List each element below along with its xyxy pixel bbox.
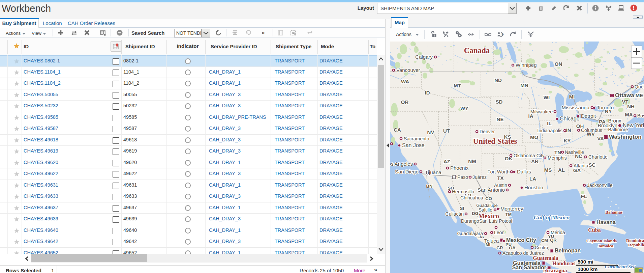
- svg-text:DG: DG: [472, 211, 479, 216]
- svg-text:Gulf of Mexico: Gulf of Mexico: [534, 214, 570, 221]
- svg-text:Toronto: Toronto: [597, 105, 614, 110]
- svg-text:AZ: AZ: [443, 159, 450, 164]
- svg-text:SD: SD: [496, 99, 503, 105]
- svg-text:MA: MA: [625, 112, 633, 117]
- svg-text:Caribbean Sea: Caribbean Sea: [605, 264, 636, 269]
- svg-text:SC: SC: [589, 162, 596, 168]
- svg-text:OR: OR: [401, 99, 409, 105]
- svg-text:Québec: Québec: [635, 84, 644, 89]
- svg-text:Chihuahua: Chihuahua: [460, 195, 483, 200]
- svg-text:BN: BN: [426, 184, 433, 189]
- svg-text:Belmopan: Belmopan: [555, 248, 581, 253]
- svg-text:NE: NE: [497, 116, 504, 122]
- svg-text:WA: WA: [401, 79, 409, 84]
- svg-text:Durango: Durango: [461, 218, 479, 224]
- svg-text:Dallas: Dallas: [517, 169, 531, 174]
- svg-text:Toluca: Toluca: [484, 238, 499, 244]
- svg-text:Monterrey: Monterrey: [500, 206, 523, 212]
- svg-text:Havana: Havana: [596, 219, 616, 225]
- svg-text:Detroit: Detroit: [581, 113, 596, 119]
- svg-text:San Luis Potosí: San Luis Potosí: [479, 218, 512, 224]
- svg-text:WI: WI: [544, 94, 550, 100]
- svg-text:MS: MS: [544, 167, 552, 173]
- svg-text:Milwaukee: Milwaukee: [530, 109, 553, 114]
- svg-text:San Antonio: San Antonio: [478, 187, 505, 193]
- svg-text:NH: NH: [627, 104, 635, 109]
- svg-text:Chicago: Chicago: [560, 116, 580, 121]
- svg-text:CM: CM: [541, 238, 548, 243]
- svg-text:Leon: Leon: [494, 230, 504, 235]
- svg-text:Houston: Houston: [524, 185, 543, 190]
- svg-text:KS: KS: [504, 134, 511, 140]
- svg-text:WY: WY: [460, 105, 468, 111]
- svg-text:Acapulco de Juárez: Acapulco de Juárez: [502, 250, 544, 256]
- svg-text:Cayman Islands: Cayman Islands: [586, 238, 617, 243]
- svg-text:MT: MT: [454, 83, 461, 88]
- svg-text:500 mi: 500 mi: [578, 259, 593, 265]
- svg-text:Centro: Centro: [535, 245, 548, 250]
- svg-text:Winnipeg: Winnipeg: [516, 62, 537, 68]
- svg-text:AL: AL: [558, 167, 565, 173]
- svg-text:Memphis: Memphis: [548, 155, 567, 161]
- svg-text:Calgary: Calgary: [415, 54, 433, 60]
- svg-text:FL: FL: [581, 193, 587, 199]
- svg-text:Ottawa: Ottawa: [615, 92, 634, 99]
- svg-text:San Diego: San Diego: [395, 169, 419, 174]
- svg-text:TN: TN: [554, 149, 561, 155]
- svg-text:MO: MO: [530, 134, 538, 140]
- svg-text:Republic: Republic: [628, 242, 644, 247]
- svg-text:Baltimore: Baltimore: [608, 127, 628, 132]
- svg-text:UT: UT: [443, 128, 450, 134]
- svg-text:Nicaragua: Nicaragua: [543, 268, 567, 273]
- svg-text:Cuba: Cuba: [588, 227, 601, 233]
- svg-text:CO: CO: [485, 196, 492, 201]
- svg-text:1000 km: 1000 km: [578, 266, 597, 272]
- svg-text:Mexico City: Mexico City: [506, 237, 536, 243]
- svg-text:Sacramento: Sacramento: [404, 136, 429, 141]
- svg-text:Fort Worth: Fort Worth: [487, 169, 510, 174]
- svg-text:IL: IL: [547, 120, 551, 126]
- svg-text:LA: LA: [529, 176, 536, 182]
- svg-text:El Paso: El Paso: [452, 174, 468, 180]
- svg-text:Jamaica: Jamaica: [598, 243, 614, 248]
- svg-text:Canada: Canada: [464, 46, 490, 55]
- svg-text:Juárez: Juárez: [472, 174, 487, 180]
- svg-text:QR: QR: [550, 238, 557, 243]
- svg-text:Guadalajara: Guadalajara: [457, 231, 483, 236]
- svg-text:ME: ME: [636, 92, 643, 98]
- svg-text:Denver: Denver: [480, 129, 495, 134]
- svg-text:NM: NM: [468, 158, 476, 164]
- svg-text:Oklahoma City: Oklahoma City: [514, 153, 545, 158]
- svg-text:CA: CA: [394, 127, 401, 133]
- svg-text:AR: AR: [531, 158, 539, 164]
- svg-text:Los Angeles: Los Angeles: [390, 161, 413, 167]
- svg-text:D: D: [502, 33, 504, 36]
- svg-text:TM: TM: [505, 212, 512, 217]
- svg-text:Charlotte: Charlotte: [588, 154, 608, 160]
- svg-text:Honduras: Honduras: [552, 261, 575, 266]
- svg-text:Atlanta: Atlanta: [574, 163, 588, 168]
- svg-text:Washington: Washington: [609, 134, 642, 140]
- svg-text:Phoenix: Phoenix: [450, 165, 469, 171]
- svg-text:ND: ND: [494, 77, 502, 83]
- svg-text:Tijuana: Tijuana: [425, 169, 441, 175]
- svg-text:ON: ON: [555, 61, 562, 67]
- svg-text:Bahamas: Bahamas: [605, 210, 622, 215]
- svg-text:San Jose: San Jose: [402, 142, 425, 148]
- svg-text:KY: KY: [564, 138, 571, 143]
- svg-text:Jacksonville: Jacksonville: [587, 183, 613, 188]
- svg-text:Saltillo: Saltillo: [479, 207, 492, 213]
- svg-text:Vancouver: Vancouver: [396, 67, 420, 73]
- svg-text:SI: SI: [460, 206, 464, 211]
- svg-text:Mérida: Mérida: [551, 230, 565, 235]
- svg-text:Columbus: Columbus: [581, 128, 602, 133]
- svg-text:Culiacán: Culiacán: [446, 211, 464, 217]
- svg-text:VA: VA: [597, 136, 604, 141]
- svg-text:Hermosillo: Hermosillo: [452, 189, 474, 194]
- svg-text:Nashville: Nashville: [565, 149, 584, 155]
- svg-text:MN: MN: [520, 82, 528, 88]
- svg-text:NV: NV: [427, 129, 434, 135]
- svg-text:Indianapolis: Indianapolis: [537, 128, 562, 133]
- svg-text:Boston: Boston: [637, 113, 644, 118]
- svg-text:Bronx: Bronx: [608, 118, 621, 124]
